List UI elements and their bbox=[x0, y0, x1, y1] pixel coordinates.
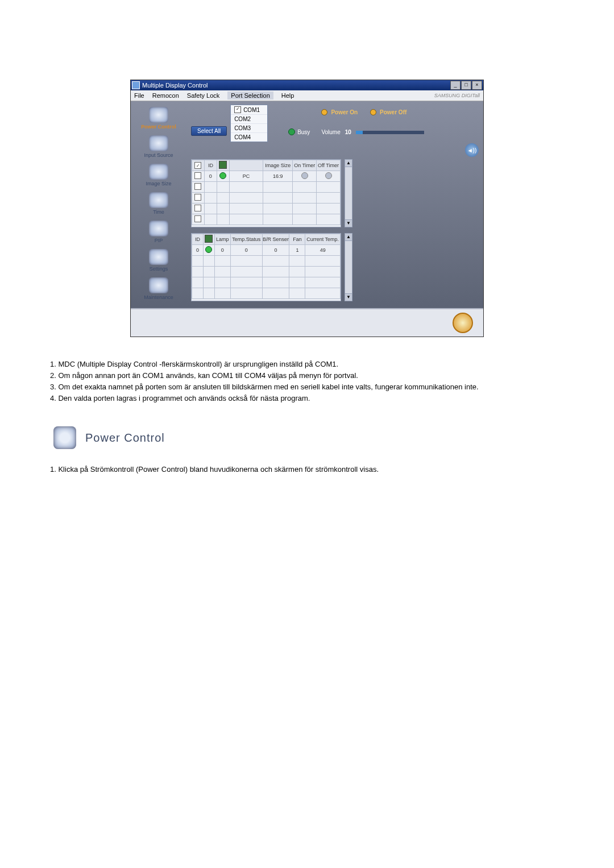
section-heading: Power Control bbox=[53, 426, 569, 449]
status-warning-icon bbox=[453, 313, 473, 333]
section-title: Power Control bbox=[85, 431, 165, 445]
input-icon bbox=[149, 135, 168, 151]
image-size-icon bbox=[149, 164, 168, 180]
table-row[interactable]: 0 PC 16:9 bbox=[192, 171, 341, 182]
volume-label: Volume bbox=[321, 129, 340, 135]
port-option-com2[interactable]: COM2 bbox=[231, 115, 267, 124]
app-icon bbox=[132, 81, 140, 89]
sidebar-item-input-source[interactable]: Input Source bbox=[134, 134, 184, 161]
sidebar: Power Control Input Source Image Size Ti… bbox=[131, 101, 186, 308]
sidebar-item-label: Settings bbox=[150, 266, 168, 272]
grid-scrollbar[interactable]: ▲ ▼ bbox=[345, 159, 352, 227]
pip-icon bbox=[149, 221, 168, 236]
list-item: 2. Om någon annan port än COM1 används, … bbox=[50, 371, 569, 380]
select-all-button[interactable]: Select All bbox=[191, 126, 227, 136]
menu-remocon[interactable]: Remocon bbox=[152, 92, 179, 99]
scroll-down-icon[interactable]: ▼ bbox=[345, 293, 352, 301]
menu-safety-lock[interactable]: Safety Lock bbox=[187, 92, 219, 99]
sidebar-item-label: Maintenance bbox=[144, 294, 173, 300]
volume-slider[interactable] bbox=[356, 131, 424, 134]
menu-port-selection[interactable]: Port Selection bbox=[227, 92, 273, 99]
maximize-button[interactable]: □ bbox=[461, 81, 471, 90]
status-grid-scrollbar[interactable]: ▲ ▼ bbox=[345, 233, 352, 301]
table-row[interactable] bbox=[192, 203, 341, 214]
power-on-dot-icon bbox=[321, 109, 327, 115]
scroll-up-icon[interactable]: ▲ bbox=[345, 160, 352, 167]
settings-icon bbox=[149, 249, 168, 265]
status-dot-icon bbox=[205, 246, 212, 253]
minimize-button[interactable]: _ bbox=[450, 81, 460, 90]
power-off-dot-icon bbox=[370, 109, 376, 115]
volume-value: 10 bbox=[345, 129, 351, 135]
notes-list-1: 1. MDC (Multiple Display Control -flersk… bbox=[50, 360, 569, 402]
list-item: 1. MDC (Multiple Display Control -flersk… bbox=[50, 360, 569, 368]
busy-indicator: Busy bbox=[288, 128, 310, 135]
port-selection-dropdown[interactable]: ✓COM1 COM2 COM3 COM4 bbox=[230, 105, 268, 142]
port-option-com1[interactable]: ✓COM1 bbox=[231, 105, 267, 115]
header-info-icon bbox=[219, 161, 227, 169]
app-window: Multiple Display Control _ □ × File Remo… bbox=[130, 80, 484, 337]
sidebar-item-settings[interactable]: Settings bbox=[134, 248, 184, 275]
header-check-icon[interactable] bbox=[194, 162, 201, 169]
speaker-icon[interactable]: ◄)) bbox=[465, 143, 479, 157]
sidebar-item-power-control[interactable]: Power Control bbox=[134, 106, 184, 133]
port-option-com4[interactable]: COM4 bbox=[231, 133, 267, 142]
table-row[interactable] bbox=[192, 277, 341, 288]
sidebar-item-time[interactable]: Time bbox=[134, 191, 184, 218]
sidebar-item-label: Power Control bbox=[141, 124, 176, 130]
list-item: 4. Den valda porten lagras i programmet … bbox=[50, 394, 569, 402]
power-on-button[interactable]: Power On bbox=[321, 109, 358, 115]
table-row[interactable] bbox=[192, 193, 341, 203]
table-row[interactable] bbox=[192, 288, 341, 299]
sidebar-item-label: Image Size bbox=[146, 181, 171, 186]
title-bar: Multiple Display Control _ □ × bbox=[131, 80, 483, 90]
volume-control: Volume 10 bbox=[321, 129, 479, 135]
table-row[interactable] bbox=[192, 267, 341, 277]
status-grid: ID Lamp Temp.Status B/R Senser Fan Curre… bbox=[191, 233, 341, 301]
sidebar-item-label: PIP bbox=[155, 238, 163, 243]
header-info-icon bbox=[205, 235, 213, 243]
menu-file[interactable]: File bbox=[134, 92, 144, 99]
list-item: 1. Klicka på Strömkontroll (Power Contro… bbox=[50, 465, 569, 474]
menu-help[interactable]: Help bbox=[281, 92, 294, 99]
table-row[interactable]: 0 0 0 0 1 49 bbox=[192, 245, 341, 256]
sidebar-item-label: Input Source bbox=[144, 152, 173, 158]
timer-dot-icon bbox=[301, 172, 308, 179]
power-control-icon bbox=[53, 426, 76, 449]
busy-dot-icon bbox=[288, 128, 295, 135]
display-grid: ID Image Size On Timer Off Timer 0 bbox=[191, 159, 341, 227]
close-button[interactable]: × bbox=[472, 81, 482, 90]
port-option-com3[interactable]: COM3 bbox=[231, 124, 267, 133]
time-icon bbox=[149, 192, 168, 208]
table-row[interactable] bbox=[192, 214, 341, 225]
scroll-up-icon[interactable]: ▲ bbox=[345, 234, 352, 241]
maintenance-icon bbox=[149, 277, 168, 293]
sidebar-item-maintenance[interactable]: Maintenance bbox=[134, 276, 184, 304]
notes-list-2: 1. Klicka på Strömkontroll (Power Contro… bbox=[50, 465, 569, 474]
table-row[interactable] bbox=[192, 256, 341, 267]
status-dot-icon bbox=[219, 172, 226, 179]
brand-label: SAMSUNG DIGITall bbox=[434, 93, 480, 98]
menu-bar: File Remocon Safety Lock Port Selection … bbox=[131, 90, 483, 101]
power-icon bbox=[149, 107, 168, 123]
power-off-button[interactable]: Power Off bbox=[370, 109, 406, 115]
sidebar-item-label: Time bbox=[153, 209, 164, 215]
check-icon: ✓ bbox=[234, 106, 241, 113]
window-title: Multiple Display Control bbox=[142, 80, 208, 90]
status-bar bbox=[131, 308, 483, 337]
timer-dot-icon bbox=[325, 172, 332, 179]
table-row[interactable] bbox=[192, 182, 341, 193]
sidebar-item-pip[interactable]: PIP bbox=[134, 219, 184, 247]
list-item: 3. Om det exakta namnet på porten som är… bbox=[50, 383, 569, 391]
scroll-down-icon[interactable]: ▼ bbox=[345, 219, 352, 227]
row-check[interactable] bbox=[194, 172, 201, 179]
sidebar-item-image-size[interactable]: Image Size bbox=[134, 163, 184, 190]
